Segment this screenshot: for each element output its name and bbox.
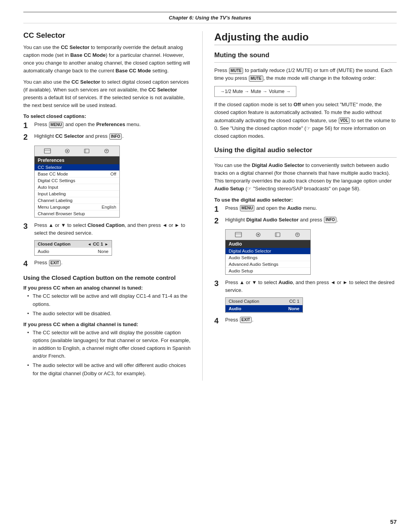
preferences-title: Preferences	[35, 156, 119, 164]
svg-point-3	[66, 150, 68, 152]
audio-setup-item: Audio Setup	[226, 268, 310, 274]
svg-rect-12	[275, 233, 280, 237]
cc-selector-para2: You can also use the CC Selector to sele…	[23, 78, 191, 110]
closed-caption-button-section: Using the Closed Caption button on the r…	[23, 274, 191, 377]
audio-nav-cc-label: Closed Caption	[229, 299, 259, 304]
nav-arrow-left: ◄	[88, 242, 91, 246]
menu-icon-1	[43, 147, 52, 155]
info-btn-audio: INFO	[324, 217, 336, 223]
analog-bullets: The CC selector will be active and will …	[23, 292, 191, 317]
mute-flow: →1/2 Mute → Mute → Volume →	[214, 86, 296, 97]
analog-bullet-2: The audio selector will be disabled.	[27, 310, 191, 318]
exit-btn-audio: EXIT	[240, 317, 252, 323]
mute-arrow-3: →	[286, 89, 290, 94]
audio-nav-audio-value: None	[288, 306, 299, 311]
audio-icon-3	[273, 231, 282, 238]
mute-btn-2: MUTE	[249, 76, 263, 82]
digital-bullet-1: The CC selector will be active and will …	[27, 329, 191, 360]
muting-divider	[214, 62, 397, 63]
muting-title: Muting the sound	[214, 51, 397, 59]
digital-bullet-2: The audio selector will be active and wi…	[27, 362, 191, 377]
digital-bullets: The CC selector will be active and will …	[23, 329, 191, 378]
svg-point-11	[257, 234, 259, 235]
audio-step-3: 3 Press ▲ or ▼ to select Audio, and then…	[214, 279, 397, 294]
analog-bullet-1: The CC selector will be active and will …	[27, 292, 191, 308]
digital-audio-title: Using the digital audio selector	[214, 146, 397, 154]
menu-icon-3	[82, 147, 91, 155]
mute-btn: MUTE	[229, 68, 243, 74]
digital-audio-divider	[214, 157, 397, 158]
cc-nav-col2: CC 1	[93, 242, 103, 246]
svg-rect-4	[84, 149, 89, 153]
mute-flow-mute: Mute	[251, 89, 261, 94]
mute-arrow-2: →	[262, 89, 267, 94]
cc-steps-list-3: 4 Press EXIT.	[23, 259, 191, 268]
base-cc-mode-item: Base CC ModeOff	[35, 171, 119, 177]
to-use-label: To use the digital audio selector:	[214, 197, 397, 203]
muting-sound-section: Muting the sound Press MUTE to partially…	[214, 51, 397, 140]
to-select-label: To select closed captions:	[23, 113, 191, 119]
audio-steps-list: 1 Press MENU and open the Audio menu. 2 …	[214, 204, 397, 225]
audio-menu-icons-row	[226, 230, 310, 240]
audio-steps-list-3: 4 Press EXIT.	[214, 316, 397, 325]
digital-audio-para: You can use the Digital Audio Selector t…	[214, 162, 397, 193]
cc-selector-title: CC Selector	[23, 31, 191, 40]
menu-icon-4	[102, 147, 111, 155]
cc-selector-section: CC Selector You can use the CC Selector …	[23, 31, 191, 268]
audio-nav-cc-row: Closed Caption CC 1	[226, 298, 303, 305]
chapter-header: Chapter 6: Using the TV's features	[169, 15, 251, 21]
mute-arrow-1: →	[245, 89, 249, 94]
cc-step-4: 4 Press EXIT.	[23, 259, 191, 268]
advanced-audio-item: Advanced Audio Settings	[226, 261, 310, 268]
mute-flow-volume: Volume	[269, 89, 284, 94]
left-column: CC Selector You can use the CC Selector …	[23, 31, 191, 381]
cc-step-3: 3 Press ▲ or ▼ to select Closed Caption,…	[23, 221, 191, 237]
menu-btn-audio: MENU	[240, 205, 254, 211]
cc-selector-item: CC Selector	[35, 164, 119, 171]
mute-flow-container: →1/2 Mute → Mute → Volume →	[214, 86, 397, 97]
muting-para2: If the closed caption mode is set to Off…	[214, 101, 397, 140]
auto-input-item: Auto Input	[35, 184, 119, 191]
audio-icon-4	[293, 231, 302, 238]
columns-layout: CC Selector You can use the CC Selector …	[0, 31, 420, 381]
cc-nav-audio-row: Audio None	[35, 248, 112, 255]
cc-steps-list-2: 3 Press ▲ or ▼ to select Closed Caption,…	[23, 221, 191, 237]
cc-nav-box: Closed Caption ◄ CC 1 ► Audio None	[34, 240, 112, 256]
audio-icon-1	[234, 231, 243, 238]
cc-step-1: 1 Press MENU and open the Preferences me…	[23, 121, 191, 130]
channel-browser-setup-item: Channel Browser Setup	[35, 211, 119, 217]
nav-arrow-right: ►	[105, 242, 108, 246]
audio-nav-audio-label: Audio	[229, 306, 242, 311]
digital-audio-section: Using the digital audio selector You can…	[214, 146, 397, 325]
menu-icons-row	[35, 146, 119, 156]
audio-step-2: 2 Highlight Digital Audio Selector and p…	[214, 216, 397, 225]
audio-nav-box: Closed Caption CC 1 Audio None	[225, 297, 303, 313]
cc-button-title: Using the Closed Caption button on the r…	[23, 274, 191, 281]
cc-selector-para1: You can use the CC Selector to temporari…	[23, 44, 191, 75]
if-digital-label: If you press CC when a digital channel i…	[23, 321, 191, 327]
muting-para: Press MUTE to partially reduce (1/2 MUTE…	[214, 67, 397, 82]
cc-nav-audio-label: Audio	[38, 249, 49, 254]
svg-rect-8	[235, 232, 242, 237]
digital-cc-settings-item: Digital CC Settings	[35, 177, 119, 184]
audio-step-1: 1 Press MENU and open the Audio menu.	[214, 204, 397, 214]
menu-btn: MENU	[49, 122, 63, 128]
audio-settings-item: Audio Settings	[226, 255, 310, 261]
page-header: Chapter 6: Using the TV's features	[23, 12, 397, 23]
digital-audio-selector-item: Digital Audio Selector	[226, 248, 310, 255]
cc-step-2: 2 Highlight CC Selector and press INFO.	[23, 132, 191, 142]
info-btn: INFO	[109, 133, 122, 140]
audio-nav-cc-value: CC 1	[289, 299, 299, 304]
audio-icon-2	[254, 231, 262, 238]
right-column: Adjusting the audio Muting the sound Pre…	[202, 31, 397, 381]
svg-rect-0	[44, 149, 51, 153]
audio-menu-box: Audio Digital Audio Selector Audio Setti…	[225, 229, 311, 275]
preferences-menu-box: Preferences CC Selector Base CC ModeOff …	[34, 146, 120, 218]
audio-step-4: 4 Press EXIT.	[214, 316, 397, 325]
input-labeling-item: Input Labeling	[35, 191, 119, 197]
channel-labeling-item: Channel Labeling	[35, 197, 119, 204]
cc-steps-list: 1 Press MENU and open the Preferences me…	[23, 121, 191, 142]
cc-nav-header: Closed Caption ◄ CC 1 ►	[35, 241, 112, 248]
if-analog-label: If you press CC when an analog channel i…	[23, 285, 191, 291]
page-container: Chapter 6: Using the TV's features CC Se…	[0, 12, 420, 525]
